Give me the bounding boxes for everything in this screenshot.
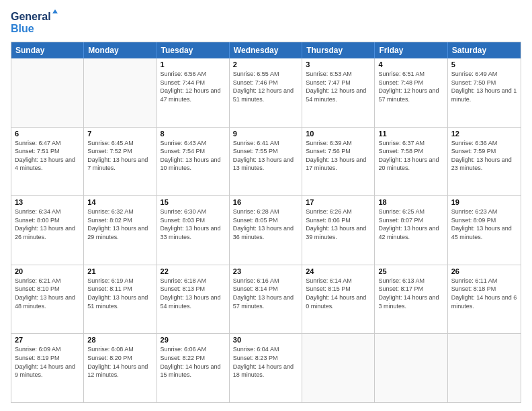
weekday-header: Thursday <box>302 42 375 58</box>
calendar-cell: 14Sunrise: 6:32 AM Sunset: 8:02 PM Dayli… <box>84 196 157 265</box>
calendar-cell <box>84 58 157 127</box>
cell-text: Sunrise: 6:16 AM Sunset: 8:14 PM Dayligh… <box>233 277 298 310</box>
day-number: 27 <box>15 336 80 344</box>
cell-text: Sunrise: 6:09 AM Sunset: 8:19 PM Dayligh… <box>15 345 80 379</box>
calendar-cell: 4Sunrise: 6:51 AM Sunset: 7:48 PM Daylig… <box>375 58 447 127</box>
calendar-cell: 21Sunrise: 6:19 AM Sunset: 8:11 PM Dayli… <box>84 265 157 334</box>
page-header: General Blue <box>11 8 521 36</box>
calendar-cell: 5Sunrise: 6:49 AM Sunset: 7:50 PM Daylig… <box>448 58 521 127</box>
cell-text: Sunrise: 6:36 AM Sunset: 7:59 PM Dayligh… <box>451 139 517 173</box>
logo: General Blue <box>11 8 58 36</box>
day-number: 5 <box>451 60 517 68</box>
cell-text: Sunrise: 6:49 AM Sunset: 7:50 PM Dayligh… <box>451 70 517 103</box>
calendar-cell: 3Sunrise: 6:53 AM Sunset: 7:47 PM Daylig… <box>302 58 375 127</box>
day-number: 26 <box>451 267 517 275</box>
day-number: 7 <box>87 130 152 138</box>
calendar-row: 13Sunrise: 6:34 AM Sunset: 8:00 PM Dayli… <box>11 196 521 265</box>
day-number: 30 <box>233 336 298 344</box>
calendar-cell: 7Sunrise: 6:45 AM Sunset: 7:52 PM Daylig… <box>84 128 157 196</box>
cell-text: Sunrise: 6:55 AM Sunset: 7:46 PM Dayligh… <box>233 70 298 103</box>
calendar-cell: 24Sunrise: 6:14 AM Sunset: 8:15 PM Dayli… <box>302 265 375 334</box>
calendar-header: SundayMondayTuesdayWednesdayThursdayFrid… <box>11 42 521 58</box>
weekday-header: Wednesday <box>230 42 302 58</box>
day-number: 15 <box>161 198 226 206</box>
cell-text: Sunrise: 6:34 AM Sunset: 8:00 PM Dayligh… <box>15 208 80 241</box>
cell-text: Sunrise: 6:32 AM Sunset: 8:02 PM Dayligh… <box>87 208 152 241</box>
weekday-header: Monday <box>84 42 157 58</box>
calendar-cell <box>302 334 375 402</box>
calendar-cell: 19Sunrise: 6:23 AM Sunset: 8:09 PM Dayli… <box>448 196 521 265</box>
calendar-row: 1Sunrise: 6:56 AM Sunset: 7:44 PM Daylig… <box>11 58 521 128</box>
calendar-cell: 6Sunrise: 6:47 AM Sunset: 7:51 PM Daylig… <box>11 128 84 196</box>
calendar: SundayMondayTuesdayWednesdayThursdayFrid… <box>11 42 521 403</box>
cell-text: Sunrise: 6:51 AM Sunset: 7:48 PM Dayligh… <box>378 70 443 103</box>
calendar-row: 27Sunrise: 6:09 AM Sunset: 8:19 PM Dayli… <box>11 334 521 402</box>
cell-text: Sunrise: 6:39 AM Sunset: 7:56 PM Dayligh… <box>306 139 371 173</box>
calendar-cell: 8Sunrise: 6:43 AM Sunset: 7:54 PM Daylig… <box>157 128 230 196</box>
cell-text: Sunrise: 6:30 AM Sunset: 8:03 PM Dayligh… <box>161 208 226 241</box>
day-number: 8 <box>161 130 226 138</box>
calendar-cell: 17Sunrise: 6:26 AM Sunset: 8:06 PM Dayli… <box>302 196 375 265</box>
cell-text: Sunrise: 6:21 AM Sunset: 8:10 PM Dayligh… <box>15 277 80 310</box>
day-number: 11 <box>378 130 443 138</box>
calendar-cell: 22Sunrise: 6:18 AM Sunset: 8:13 PM Dayli… <box>157 265 230 334</box>
day-number: 16 <box>233 198 298 206</box>
day-number: 14 <box>87 198 152 206</box>
day-number: 20 <box>15 267 80 275</box>
day-number: 29 <box>161 336 226 344</box>
calendar-cell: 29Sunrise: 6:06 AM Sunset: 8:22 PM Dayli… <box>157 334 230 402</box>
calendar-cell: 18Sunrise: 6:25 AM Sunset: 8:07 PM Dayli… <box>375 196 447 265</box>
day-number: 23 <box>233 267 298 275</box>
cell-text: Sunrise: 6:26 AM Sunset: 8:06 PM Dayligh… <box>306 208 371 241</box>
day-number: 4 <box>378 60 443 68</box>
cell-text: Sunrise: 6:25 AM Sunset: 8:07 PM Dayligh… <box>378 208 443 241</box>
day-number: 22 <box>161 267 226 275</box>
cell-text: Sunrise: 6:11 AM Sunset: 8:18 PM Dayligh… <box>451 277 517 310</box>
calendar-cell: 20Sunrise: 6:21 AM Sunset: 8:10 PM Dayli… <box>11 265 84 334</box>
calendar-body: 1Sunrise: 6:56 AM Sunset: 7:44 PM Daylig… <box>11 58 521 402</box>
weekday-header: Tuesday <box>157 42 230 58</box>
cell-text: Sunrise: 6:37 AM Sunset: 7:58 PM Dayligh… <box>378 139 443 173</box>
calendar-cell: 2Sunrise: 6:55 AM Sunset: 7:46 PM Daylig… <box>230 58 302 127</box>
calendar-cell: 25Sunrise: 6:13 AM Sunset: 8:17 PM Dayli… <box>375 265 447 334</box>
cell-text: Sunrise: 6:19 AM Sunset: 8:11 PM Dayligh… <box>87 277 152 310</box>
cell-text: Sunrise: 6:45 AM Sunset: 7:52 PM Dayligh… <box>87 139 152 173</box>
calendar-cell: 9Sunrise: 6:41 AM Sunset: 7:55 PM Daylig… <box>230 128 302 196</box>
calendar-cell: 1Sunrise: 6:56 AM Sunset: 7:44 PM Daylig… <box>157 58 230 127</box>
day-number: 6 <box>15 130 80 138</box>
day-number: 28 <box>87 336 152 344</box>
day-number: 21 <box>87 267 152 275</box>
calendar-cell: 10Sunrise: 6:39 AM Sunset: 7:56 PM Dayli… <box>302 128 375 196</box>
day-number: 25 <box>378 267 443 275</box>
calendar-cell: 28Sunrise: 6:08 AM Sunset: 8:20 PM Dayli… <box>84 334 157 402</box>
calendar-cell: 30Sunrise: 6:04 AM Sunset: 8:23 PM Dayli… <box>230 334 302 402</box>
day-number: 19 <box>451 198 517 206</box>
svg-marker-2 <box>52 9 58 13</box>
day-number: 24 <box>306 267 371 275</box>
cell-text: Sunrise: 6:23 AM Sunset: 8:09 PM Dayligh… <box>451 208 517 241</box>
calendar-cell: 27Sunrise: 6:09 AM Sunset: 8:19 PM Dayli… <box>11 334 84 402</box>
calendar-cell <box>448 334 521 402</box>
calendar-cell <box>11 58 84 127</box>
calendar-row: 6Sunrise: 6:47 AM Sunset: 7:51 PM Daylig… <box>11 128 521 197</box>
calendar-cell: 12Sunrise: 6:36 AM Sunset: 7:59 PM Dayli… <box>448 128 521 196</box>
cell-text: Sunrise: 6:13 AM Sunset: 8:17 PM Dayligh… <box>378 277 443 310</box>
calendar-cell <box>375 334 447 402</box>
weekday-header: Friday <box>375 42 447 58</box>
day-number: 17 <box>306 198 371 206</box>
cell-text: Sunrise: 6:04 AM Sunset: 8:23 PM Dayligh… <box>233 345 298 379</box>
cell-text: Sunrise: 6:08 AM Sunset: 8:20 PM Dayligh… <box>87 345 152 379</box>
svg-text:General: General <box>11 11 51 22</box>
cell-text: Sunrise: 6:28 AM Sunset: 8:05 PM Dayligh… <box>233 208 298 241</box>
calendar-cell: 26Sunrise: 6:11 AM Sunset: 8:18 PM Dayli… <box>448 265 521 334</box>
cell-text: Sunrise: 6:53 AM Sunset: 7:47 PM Dayligh… <box>306 70 371 103</box>
logo-svg: General Blue <box>11 8 58 36</box>
day-number: 13 <box>15 198 80 206</box>
calendar-cell: 15Sunrise: 6:30 AM Sunset: 8:03 PM Dayli… <box>157 196 230 265</box>
calendar-cell: 11Sunrise: 6:37 AM Sunset: 7:58 PM Dayli… <box>375 128 447 196</box>
calendar-cell: 13Sunrise: 6:34 AM Sunset: 8:00 PM Dayli… <box>11 196 84 265</box>
cell-text: Sunrise: 6:06 AM Sunset: 8:22 PM Dayligh… <box>161 345 226 379</box>
cell-text: Sunrise: 6:41 AM Sunset: 7:55 PM Dayligh… <box>233 139 298 173</box>
calendar-row: 20Sunrise: 6:21 AM Sunset: 8:10 PM Dayli… <box>11 265 521 334</box>
cell-text: Sunrise: 6:47 AM Sunset: 7:51 PM Dayligh… <box>15 139 80 173</box>
